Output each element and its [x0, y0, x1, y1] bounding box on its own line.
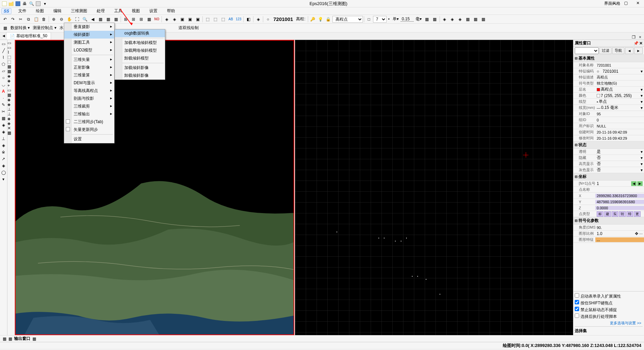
badge-6[interactable]: 更 — [634, 211, 641, 217]
qat-new[interactable] — [1, 1, 7, 7]
tb-end8[interactable]: ▦ — [480, 16, 487, 23]
val-transparent[interactable]: 是▾ — [595, 149, 644, 155]
tab-close[interactable]: × — [638, 35, 643, 40]
viewport-3d[interactable] — [295, 40, 573, 335]
tb-end7[interactable]: ▦ — [472, 16, 479, 23]
nav-button[interactable]: 导航 — [612, 47, 624, 54]
tb-copy[interactable]: ⧉ — [25, 16, 32, 23]
val-graphic[interactable]: ... — [595, 237, 644, 242]
menu-settings[interactable]: 设置 — [145, 7, 162, 15]
lt2-19[interactable]: ✕ — [7, 126, 15, 131]
properties-combo[interactable] — [575, 47, 599, 54]
opt-hold-shift[interactable]: 按住SHIFT键拖点 — [575, 300, 643, 306]
tb-btn-b[interactable]: ▦ — [104, 16, 112, 23]
menu-tools[interactable]: 工具 — [109, 7, 127, 15]
lt-polygon[interactable]: ⬠ — [0, 61, 7, 68]
lt2-20[interactable]: ▦ — [7, 131, 15, 135]
val-y[interactable]: 487980.159698391680 — [595, 200, 644, 204]
menu-edit[interactable]: 编辑 — [49, 7, 66, 15]
val-z[interactable]: 0.0000 — [595, 206, 644, 210]
lt-point[interactable]: · — [0, 95, 7, 101]
section-status[interactable]: 状态 — [573, 141, 644, 149]
submenu-load-image[interactable]: 加载倾斜影像 — [115, 64, 165, 72]
tb-end5[interactable]: ◈ — [456, 16, 464, 23]
menu-drawing-tools[interactable]: 测图工具▸ — [64, 39, 114, 46]
lt-select[interactable]: ▭ — [0, 41, 7, 47]
output-window-label[interactable]: 输出窗口 — [14, 336, 30, 342]
lt-text[interactable]: A — [0, 88, 7, 95]
tb-btn-c[interactable]: ▦ — [112, 16, 120, 23]
lt2-14[interactable]: ◈ — [7, 102, 15, 107]
tb-misc2[interactable]: ◈ — [254, 16, 262, 23]
opt-no-dynamic[interactable]: 禁止鼠标动态不捕捉 — [575, 306, 643, 313]
tb-btn-a[interactable]: ▦ — [97, 16, 104, 23]
lt2-18[interactable]: ◈ — [7, 121, 15, 126]
val-feat-desc[interactable]: 高程点 — [595, 75, 644, 80]
lt2-11[interactable]: ▭ — [7, 88, 15, 93]
badge-3[interactable]: 实 — [612, 211, 618, 217]
menu-profile[interactable]: 剖面与投影▸ — [64, 95, 114, 102]
menu-file[interactable]: 文件 — [14, 7, 31, 15]
section-coords[interactable]: 坐标 — [573, 173, 644, 181]
lt2-2[interactable]: ▭ — [7, 45, 15, 50]
tb-delete[interactable]: 🗑 — [40, 16, 48, 23]
val-feat-code[interactable]: ○ 7201001▾ — [595, 69, 644, 74]
submenu-load-network[interactable]: 加载网络倾斜模型 — [115, 47, 165, 54]
lt-polyline[interactable]: ⌇ — [0, 54, 7, 61]
viewport-2d[interactable] — [15, 40, 294, 335]
tb-grid3[interactable]: ⊞ — [138, 16, 145, 23]
tb-no[interactable]: NO — [153, 16, 160, 23]
tb2-data-convert[interactable]: 数据转换 ▾ — [9, 25, 31, 31]
menu-contour[interactable]: 等高线高程点▸ — [64, 87, 114, 95]
lt2-9[interactable]: ◈ — [7, 78, 15, 83]
tb-dot-icon[interactable]: • — [387, 17, 391, 22]
val-linetype[interactable]: • 单点▾ — [595, 99, 644, 104]
tab-nav-left[interactable]: ◄ — [1, 33, 6, 40]
lt2-3[interactable]: ⌇ — [7, 50, 15, 55]
lt-t18[interactable]: ↗ — [0, 156, 7, 162]
lt-rect[interactable]: ▱ — [0, 68, 7, 74]
menu-3dview[interactable]: 三维测图 — [66, 7, 92, 15]
qat-save[interactable] — [15, 1, 21, 7]
menu-sync-23d[interactable]: 二三维同步(Tab) — [64, 118, 114, 126]
menu-vertical-photo[interactable]: 垂直摄影▸ — [64, 23, 114, 31]
tab-restore[interactable]: ❐ — [630, 35, 637, 40]
val-group-id[interactable]: 0 — [595, 118, 644, 122]
tb2-icon1[interactable]: ▦ — [1, 24, 9, 32]
tb-cut[interactable]: ✂ — [17, 16, 24, 23]
tb-prev-view[interactable]: ◀ — [89, 16, 96, 23]
menu-draw[interactable]: 绘图 — [31, 7, 49, 15]
lt2-16[interactable]: ⊥ — [7, 112, 15, 116]
tb-pan[interactable]: ✋ — [66, 16, 73, 23]
tb-unit[interactable]: 单▾ — [391, 16, 400, 22]
tb-sel2[interactable]: ⬚ — [212, 16, 219, 23]
tb-icon4[interactable]: ▣ — [186, 16, 194, 23]
tb2-road[interactable]: 道双线绘制 — [177, 25, 200, 31]
tb-undo[interactable]: ↶ — [1, 16, 9, 23]
tb-paste[interactable]: 📋 — [32, 16, 40, 23]
tb-icon1[interactable]: ◈ — [163, 16, 170, 23]
badge-5[interactable]: 特 — [626, 211, 633, 217]
menu-process[interactable]: 处理 — [92, 7, 109, 15]
tb-sel3[interactable]: ⬚ — [219, 16, 227, 23]
val-color[interactable]: 7 (255, 255, 255)▾ — [595, 93, 644, 98]
lt2-6[interactable]: ▦ — [7, 64, 15, 69]
opt-enable-form[interactable]: 启动表单录入扩展属性 — [575, 293, 643, 300]
qat-btn4[interactable]: 🖶 — [22, 1, 28, 7]
submenu-load-local[interactable]: 加载本地倾斜模型 — [115, 39, 165, 47]
nav-next-button[interactable]: ► — [634, 47, 643, 54]
tb-grid4[interactable]: ▦ — [145, 16, 153, 23]
tb-123[interactable]: 123 — [235, 16, 242, 23]
submenu-unload-image[interactable]: 卸载倾斜影像 — [115, 72, 165, 79]
output-icon3[interactable]: ▦ — [32, 336, 36, 341]
menu-oblique-photo[interactable]: 倾斜摄影▸ — [64, 31, 114, 39]
tb-fit[interactable]: ⛶ — [73, 16, 81, 23]
val-obj-name[interactable]: 7201001 — [595, 63, 644, 67]
lt2-13[interactable]: ◈ — [7, 97, 15, 102]
lt-t14[interactable]: ◈ — [0, 129, 7, 135]
qat-open[interactable] — [8, 1, 14, 7]
tb-end2[interactable]: ▦ — [431, 16, 439, 23]
val-highlight[interactable]: 否▾ — [595, 161, 644, 167]
app-icon[interactable]: SS — [1, 8, 11, 14]
lt2-1[interactable]: ▭ — [7, 41, 15, 45]
